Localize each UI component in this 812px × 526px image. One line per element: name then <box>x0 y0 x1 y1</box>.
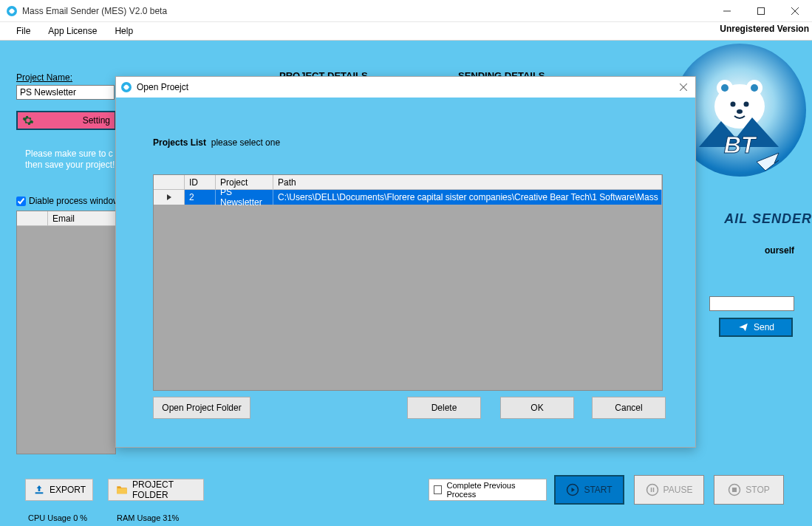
export-label: EXPORT <box>50 485 86 495</box>
pause-icon <box>646 483 659 496</box>
open-project-dialog: Open Proejct Projects List please select… <box>115 76 696 448</box>
maximize-button[interactable] <box>744 0 778 22</box>
svg-rect-14 <box>35 492 44 493</box>
project-name-label: Project Name: <box>16 72 72 83</box>
project-name-input[interactable] <box>16 85 115 100</box>
row-path: C:\Users\DELL\Documents\Florere capital … <box>273 190 662 205</box>
close-button[interactable] <box>778 0 812 22</box>
folder-icon <box>116 485 128 495</box>
pause-button[interactable]: PAUSE <box>634 475 704 505</box>
dialog-title-bar: Open Proejct <box>116 77 695 98</box>
minimize-button[interactable] <box>710 0 744 22</box>
stop-label: STOP <box>746 485 769 495</box>
ram-usage-label: RAM Usage 31% <box>117 513 179 522</box>
dialog-close-button[interactable] <box>676 80 691 95</box>
svg-point-8 <box>721 84 729 92</box>
ok-button[interactable]: OK <box>500 397 574 419</box>
menu-app-license[interactable]: App License <box>39 22 106 40</box>
send-button-label: Send <box>754 322 774 332</box>
row-project: PS Newsletter <box>216 190 273 205</box>
complete-previous-label: Complete Previous Process <box>446 481 542 499</box>
email-grid-corner <box>17 211 48 226</box>
project-folder-label: PROJECT FOLDER <box>132 479 196 500</box>
play-icon <box>566 483 579 496</box>
svg-point-12 <box>737 109 743 114</box>
email-grid-col-email[interactable]: Email <box>48 211 115 226</box>
dialog-body: Projects List please select one ID Proje… <box>116 98 695 447</box>
email-grid[interactable]: Email <box>16 211 116 454</box>
logo-text: AIL SENDER <box>694 211 812 227</box>
svg-text:BT: BT <box>724 132 757 158</box>
stop-icon <box>728 483 741 496</box>
pause-label: PAUSE <box>663 485 693 495</box>
settings-button[interactable]: Setting <box>16 111 116 130</box>
projects-grid[interactable]: ID Project Path 2 PS Newsletter C:\Users… <box>153 174 663 391</box>
window-title: Mass Email Sender (MES) V2.0 beta <box>22 6 167 16</box>
svg-rect-2 <box>758 8 765 15</box>
complete-previous-checkbox[interactable]: Complete Previous Process <box>429 479 547 501</box>
cancel-button[interactable]: Cancel <box>592 397 666 419</box>
yourself-label: ourself <box>765 245 794 256</box>
grid-col-path[interactable]: Path <box>273 175 662 190</box>
stop-button[interactable]: STOP <box>714 475 784 505</box>
menu-bar: File App License Help Unregistered Versi… <box>0 22 812 41</box>
checkbox-box[interactable] <box>434 485 442 494</box>
svg-point-11 <box>744 102 749 107</box>
row-indicator <box>154 190 185 205</box>
upload-icon <box>33 484 45 496</box>
paper-plane-icon <box>737 322 749 332</box>
open-project-folder-button[interactable]: Open Project Folder <box>153 397 250 419</box>
send-button[interactable]: Send <box>719 318 793 337</box>
disable-process-checkbox[interactable]: Diable process window <box>16 196 120 206</box>
start-button[interactable]: START <box>554 475 624 505</box>
cpu-usage-label: CPU Usage 0 % <box>28 513 87 522</box>
svg-point-9 <box>751 84 758 92</box>
main-window: Mass Email Sender (MES) V2.0 beta File A… <box>0 0 812 526</box>
export-button[interactable]: EXPORT <box>25 479 93 501</box>
test-email-input[interactable] <box>709 296 794 311</box>
svg-rect-18 <box>652 488 654 492</box>
disable-process-checkbox-input[interactable] <box>16 197 26 206</box>
dialog-icon <box>120 81 132 93</box>
dialog-title: Open Proejct <box>137 82 188 92</box>
row-id: 2 <box>185 190 216 205</box>
bear-logo-icon: BT <box>684 66 795 177</box>
settings-button-label: Setting <box>34 115 115 126</box>
menu-help[interactable]: Help <box>106 22 142 40</box>
gear-icon <box>22 115 34 126</box>
title-bar: Mass Email Sender (MES) V2.0 beta <box>0 0 812 22</box>
window-controls <box>710 0 812 22</box>
menu-file[interactable]: File <box>7 22 39 40</box>
app-icon <box>6 5 18 17</box>
table-row[interactable]: 2 PS Newsletter C:\Users\DELL\Documents\… <box>154 190 662 205</box>
grid-col-id[interactable]: ID <box>185 175 216 190</box>
projects-list-label: Projects List please select one <box>153 137 280 148</box>
project-folder-button[interactable]: PROJECT FOLDER <box>108 479 204 501</box>
svg-rect-17 <box>650 488 652 492</box>
email-grid-header: Email <box>17 211 115 226</box>
svg-point-10 <box>731 102 736 107</box>
delete-button[interactable]: Delete <box>407 397 481 419</box>
version-badge: Unregistered Version <box>720 24 809 34</box>
disable-process-label: Diable process window <box>29 196 120 206</box>
svg-point-16 <box>646 485 658 496</box>
start-label: START <box>584 485 612 495</box>
grid-col-selector <box>154 175 185 190</box>
svg-rect-20 <box>732 488 737 492</box>
